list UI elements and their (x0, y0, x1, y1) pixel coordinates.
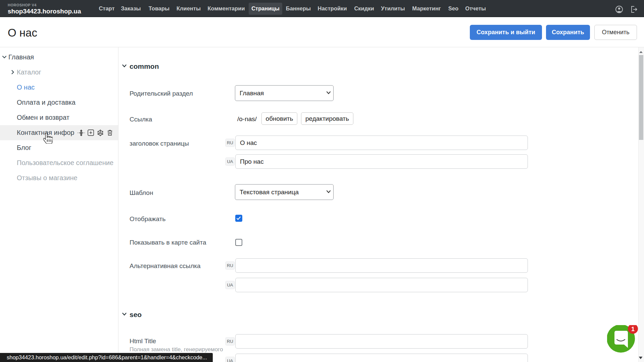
svg-text:1: 1 (631, 326, 635, 332)
